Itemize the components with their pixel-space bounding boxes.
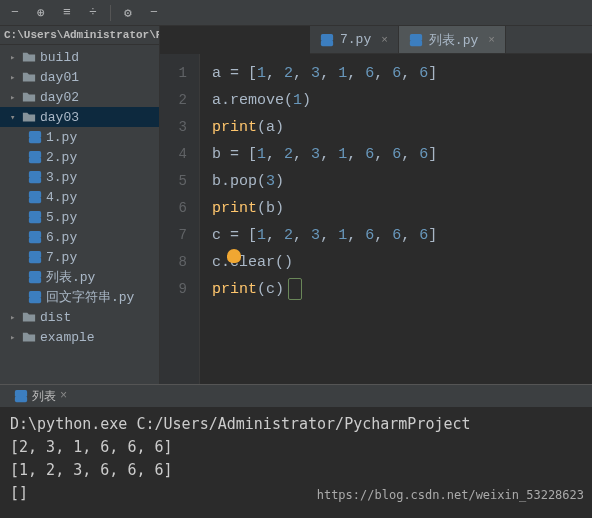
code-line[interactable]: c.clear(): [212, 249, 592, 276]
folder-icon: [22, 110, 36, 124]
run-output[interactable]: D:\python.exe C:/Users/Administrator/Pyc…: [0, 407, 592, 511]
toolbar: − ⊕ ≡ ÷ ⚙ −: [0, 0, 592, 26]
folder-icon: [22, 70, 36, 84]
close-icon[interactable]: ×: [488, 34, 495, 46]
folder-icon: [22, 50, 36, 64]
code-line[interactable]: c = [1, 2, 3, 1, 6, 6, 6]: [212, 222, 592, 249]
chevron-icon: ▸: [10, 92, 18, 103]
tree-file[interactable]: 回文字符串.py: [0, 287, 159, 307]
python-file-icon: [28, 210, 42, 224]
run-panel: 列表 × D:\python.exe C:/Users/Administrato…: [0, 384, 592, 518]
tree-folder[interactable]: ▸build: [0, 47, 159, 67]
chevron-icon: ▸: [10, 72, 18, 83]
tree-file[interactable]: 2.py: [0, 147, 159, 167]
code-line[interactable]: b.pop(3): [212, 168, 592, 195]
chevron-icon: ▸: [10, 312, 18, 323]
tree-file[interactable]: 7.py: [0, 247, 159, 267]
python-file-icon: [28, 250, 42, 264]
tree-folder[interactable]: ▸dist: [0, 307, 159, 327]
python-file-icon: [28, 190, 42, 204]
gear-icon[interactable]: ⚙: [119, 4, 137, 22]
python-file-icon: [28, 150, 42, 164]
editor-tab[interactable]: 7.py×: [310, 26, 399, 53]
run-tab[interactable]: 列表 ×: [6, 388, 75, 405]
close-icon[interactable]: ×: [381, 34, 388, 46]
tree-file[interactable]: 列表.py: [0, 267, 159, 287]
tree-folder[interactable]: ▸day01: [0, 67, 159, 87]
minimize-icon[interactable]: −: [6, 4, 24, 22]
chevron-icon: ▸: [10, 52, 18, 63]
folder-icon: [22, 90, 36, 104]
python-file-icon: [28, 130, 42, 144]
output-line: [2, 3, 1, 6, 6, 6]: [10, 436, 582, 459]
code-line[interactable]: a.remove(1): [212, 87, 592, 114]
python-file-icon: [28, 290, 42, 304]
close-icon[interactable]: ×: [60, 389, 67, 403]
code-line[interactable]: print(c): [212, 276, 592, 303]
code-line[interactable]: print(a): [212, 114, 592, 141]
hide-icon[interactable]: −: [145, 4, 163, 22]
tree-file[interactable]: 3.py: [0, 167, 159, 187]
output-line: D:\python.exe C:/Users/Administrator/Pyc…: [10, 413, 582, 436]
chevron-icon: ▸: [10, 332, 18, 343]
tree-folder[interactable]: ▸example: [0, 327, 159, 347]
breadcrumb: C:\Users\Administrator\P: [0, 26, 159, 45]
editor-tab[interactable]: 列表.py×: [399, 26, 506, 53]
folder-icon: [22, 310, 36, 324]
editor[interactable]: 123456789 a = [1, 2, 3, 1, 6, 6, 6]a.rem…: [160, 54, 592, 384]
main: C:\Users\Administrator\P ▸build▸day01▸da…: [0, 26, 592, 384]
editor-tabs: 7.py×列表.py×: [310, 26, 592, 54]
tree-folder[interactable]: ▾day03: [0, 107, 159, 127]
tree-file[interactable]: 6.py: [0, 227, 159, 247]
tree-file[interactable]: 1.py: [0, 127, 159, 147]
code-area[interactable]: a = [1, 2, 3, 1, 6, 6, 6]a.remove(1)prin…: [200, 54, 592, 384]
separator: [110, 5, 111, 21]
watermark: https://blog.csdn.net/weixin_53228623: [317, 484, 584, 507]
project-sidebar: C:\Users\Administrator\P ▸build▸day01▸da…: [0, 26, 160, 384]
divide-icon[interactable]: ÷: [84, 4, 102, 22]
code-line[interactable]: a = [1, 2, 3, 1, 6, 6, 6]: [212, 60, 592, 87]
line-gutter: 123456789: [160, 54, 200, 384]
output-line: [1, 2, 3, 6, 6, 6]: [10, 459, 582, 482]
target-icon[interactable]: ⊕: [32, 4, 50, 22]
python-file-icon: [28, 170, 42, 184]
code-line[interactable]: b = [1, 2, 3, 1, 6, 6, 6]: [212, 141, 592, 168]
intention-bulb-icon[interactable]: [227, 249, 241, 263]
collapse-icon[interactable]: ≡: [58, 4, 76, 22]
project-tree: ▸build▸day01▸day02▾day031.py2.py3.py4.py…: [0, 45, 159, 349]
chevron-icon: ▾: [10, 112, 18, 123]
folder-icon: [22, 330, 36, 344]
python-file-icon: [28, 270, 42, 284]
python-file-icon: [28, 230, 42, 244]
tree-file[interactable]: 4.py: [0, 187, 159, 207]
tree-folder[interactable]: ▸day02: [0, 87, 159, 107]
code-line[interactable]: print(b): [212, 195, 592, 222]
run-tabs: 列表 ×: [0, 385, 592, 407]
tree-file[interactable]: 5.py: [0, 207, 159, 227]
